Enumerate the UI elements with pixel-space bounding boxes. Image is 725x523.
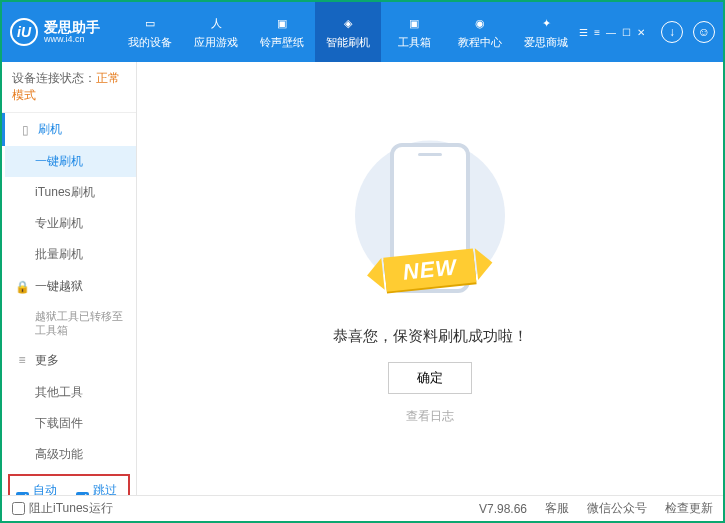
ok-button[interactable]: 确定 — [388, 362, 472, 394]
checkbox-skip-guide[interactable]: 跳过向导 — [76, 482, 122, 495]
title-bar: iU 爱思助手 www.i4.cn ▭ 我的设备 人 应用游戏 ▣ 铃声壁纸 ◈… — [2, 2, 723, 62]
maximize-icon[interactable]: ☐ — [622, 27, 631, 38]
section-more: ≡ 更多 其他工具 下载固件 高级功能 — [2, 344, 136, 470]
success-message: 恭喜您，保资料刷机成功啦！ — [333, 327, 528, 346]
section-flash-head[interactable]: ▯ 刷机 — [2, 113, 136, 146]
status-bar: 阻止iTunes运行 V7.98.66 客服 微信公众号 检查更新 — [2, 495, 723, 521]
lock-icon: 🔒 — [15, 280, 29, 294]
list-icon[interactable]: ≡ — [594, 27, 600, 38]
update-link[interactable]: 检查更新 — [665, 500, 713, 517]
sidebar-item-other[interactable]: 其他工具 — [5, 377, 136, 408]
menu-icon[interactable]: ☰ — [579, 27, 588, 38]
options-highlight: 自动激活 跳过向导 — [8, 474, 130, 495]
success-illustration: NEW — [330, 133, 530, 313]
nav-my-device[interactable]: ▭ 我的设备 — [117, 2, 183, 62]
phone-outline-icon: ▯ — [18, 123, 32, 137]
tutorial-icon: ◉ — [471, 15, 489, 33]
sidebar-item-advanced[interactable]: 高级功能 — [5, 439, 136, 470]
section-more-head[interactable]: ≡ 更多 — [5, 344, 136, 377]
connection-state: 设备连接状态：正常模式 — [2, 62, 136, 113]
section-jailbreak: 🔒 一键越狱 越狱工具已转移至工具箱 — [2, 270, 136, 344]
wallpaper-icon: ▣ — [273, 15, 291, 33]
download-icon[interactable]: ↓ — [661, 21, 683, 43]
body: 设备连接状态：正常模式 ▯ 刷机 一键刷机 iTunes刷机 专业刷机 批量刷机… — [2, 62, 723, 495]
brand-url: www.i4.cn — [44, 34, 100, 45]
toolbox-icon: ▣ — [405, 15, 423, 33]
minimize-icon[interactable]: — — [606, 27, 616, 38]
section-jailbreak-head[interactable]: 🔒 一键越狱 — [5, 270, 136, 303]
support-link[interactable]: 客服 — [545, 500, 569, 517]
sidebar-item-batch[interactable]: 批量刷机 — [5, 239, 136, 270]
logo-icon: iU — [10, 18, 38, 46]
wechat-link[interactable]: 微信公众号 — [587, 500, 647, 517]
nav-apps[interactable]: 人 应用游戏 — [183, 2, 249, 62]
window-controls: ☰ ≡ — ☐ ✕ ↓ ☺ — [579, 21, 715, 43]
sidebar-item-oneclick[interactable]: 一键刷机 — [5, 146, 136, 177]
phone-icon: ▭ — [141, 15, 159, 33]
view-log-link[interactable]: 查看日志 — [406, 408, 454, 425]
version-label: V7.98.66 — [479, 502, 527, 516]
sidebar-item-download[interactable]: 下载固件 — [5, 408, 136, 439]
nav-store[interactable]: ✦ 爱思商城 — [513, 2, 579, 62]
more-icon: ≡ — [15, 353, 29, 367]
sidebar-item-pro[interactable]: 专业刷机 — [5, 208, 136, 239]
main-content: NEW 恭喜您，保资料刷机成功啦！ 确定 查看日志 — [137, 62, 723, 495]
nav-tutorial[interactable]: ◉ 教程中心 — [447, 2, 513, 62]
top-nav: ▭ 我的设备 人 应用游戏 ▣ 铃声壁纸 ◈ 智能刷机 ▣ 工具箱 ◉ 教程中心 — [117, 2, 579, 62]
close-icon[interactable]: ✕ — [637, 27, 645, 38]
nav-ringtone[interactable]: ▣ 铃声壁纸 — [249, 2, 315, 62]
sidebar: 设备连接状态：正常模式 ▯ 刷机 一键刷机 iTunes刷机 专业刷机 批量刷机… — [2, 62, 137, 495]
flash-icon: ◈ — [339, 15, 357, 33]
brand-title: 爱思助手 — [44, 20, 100, 34]
app-window: iU 爱思助手 www.i4.cn ▭ 我的设备 人 应用游戏 ▣ 铃声壁纸 ◈… — [0, 0, 725, 523]
checkbox-auto-activate[interactable]: 自动激活 — [16, 482, 62, 495]
user-icon[interactable]: ☺ — [693, 21, 715, 43]
store-icon: ✦ — [537, 15, 555, 33]
jailbreak-note: 越狱工具已转移至工具箱 — [5, 303, 136, 344]
brand: iU 爱思助手 www.i4.cn — [10, 18, 117, 46]
nav-flash[interactable]: ◈ 智能刷机 — [315, 2, 381, 62]
nav-toolbox[interactable]: ▣ 工具箱 — [381, 2, 447, 62]
apps-icon: 人 — [207, 15, 225, 33]
sidebar-item-itunes[interactable]: iTunes刷机 — [5, 177, 136, 208]
checkbox-block-itunes[interactable]: 阻止iTunes运行 — [12, 500, 113, 517]
section-flash: ▯ 刷机 一键刷机 iTunes刷机 专业刷机 批量刷机 — [2, 113, 136, 270]
